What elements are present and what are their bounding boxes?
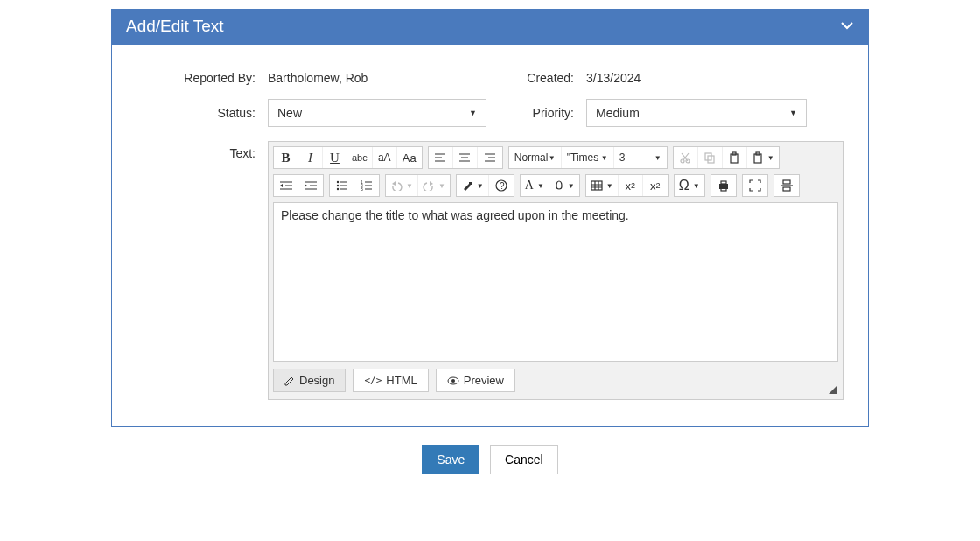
svg-text:?: ? bbox=[500, 181, 505, 191]
align-center-button[interactable] bbox=[453, 147, 478, 168]
svg-point-9 bbox=[336, 185, 338, 186]
dialog-title: Add/Edit Text bbox=[126, 17, 224, 36]
cut-button[interactable] bbox=[674, 147, 698, 168]
tab-preview[interactable]: Preview bbox=[436, 369, 515, 392]
eye-icon bbox=[447, 376, 459, 385]
font-size-select[interactable]: 3▼ bbox=[614, 147, 667, 168]
insert-symbol-button[interactable]: Ω▼ bbox=[675, 175, 704, 196]
smallcaps-button[interactable]: aA bbox=[373, 147, 397, 168]
priority-value: Medium bbox=[596, 106, 640, 120]
align-right-button[interactable] bbox=[478, 147, 502, 168]
created-value: 3/13/2024 bbox=[586, 71, 640, 85]
fullscreen-button[interactable] bbox=[743, 175, 767, 196]
svg-rect-14 bbox=[469, 182, 472, 185]
chevron-down-icon: ▼ bbox=[469, 109, 477, 117]
ordered-list-button[interactable]: 123 bbox=[354, 175, 379, 196]
font-family-select[interactable]: "Times ...▼ bbox=[562, 147, 614, 168]
priority-select[interactable]: Medium ▼ bbox=[586, 99, 807, 127]
svg-text:3: 3 bbox=[360, 186, 363, 191]
outdent-button[interactable] bbox=[274, 175, 298, 196]
bold-button[interactable]: B bbox=[274, 147, 298, 168]
status-select[interactable]: New ▼ bbox=[268, 99, 486, 127]
undo-button[interactable]: ▼ bbox=[386, 175, 418, 196]
created-label: Created: bbox=[490, 71, 586, 85]
editor-toolbar: B I U abc aA Aa bbox=[269, 142, 843, 202]
reported-by-label: Reported By: bbox=[136, 71, 268, 85]
pencil-icon bbox=[284, 376, 295, 386]
code-icon: </> bbox=[364, 375, 382, 386]
print-button[interactable] bbox=[711, 175, 736, 196]
svg-point-8 bbox=[336, 181, 338, 183]
svg-rect-17 bbox=[592, 181, 602, 190]
format-painter-button[interactable]: ▼ bbox=[457, 175, 489, 196]
svg-rect-21 bbox=[783, 180, 790, 184]
indent-button[interactable] bbox=[298, 175, 323, 196]
superscript-button[interactable]: x2 bbox=[643, 175, 668, 196]
page-break-button[interactable] bbox=[774, 175, 799, 196]
svg-point-10 bbox=[336, 188, 338, 190]
svg-point-24 bbox=[452, 379, 455, 383]
unordered-list-button[interactable] bbox=[330, 175, 354, 196]
info-row-2: Status: New ▼ Priority: Medium ▼ bbox=[136, 99, 844, 127]
tab-design[interactable]: Design bbox=[273, 369, 346, 392]
italic-button[interactable]: I bbox=[298, 147, 323, 168]
status-value: New bbox=[277, 106, 302, 120]
align-left-button[interactable] bbox=[429, 147, 453, 168]
dialog-panel: Add/Edit Text Reported By: Bartholomew, … bbox=[111, 9, 869, 427]
collapse-icon[interactable] bbox=[840, 19, 854, 33]
paragraph-style-select[interactable]: Normal▼ bbox=[509, 147, 562, 168]
paste-special-button[interactable]: ▼ bbox=[747, 147, 779, 168]
rich-text-editor: B I U abc aA Aa bbox=[268, 141, 844, 400]
editor-text: Please change the title to what was agre… bbox=[281, 208, 629, 222]
svg-rect-19 bbox=[721, 181, 726, 184]
underline-button[interactable]: U bbox=[323, 147, 347, 168]
editor-mode-tabs: Design </> HTML Preview bbox=[269, 362, 843, 399]
dialog-body: Reported By: Bartholomew, Rob Created: 3… bbox=[112, 45, 868, 426]
status-label: Status: bbox=[136, 106, 268, 120]
copy-button[interactable] bbox=[698, 147, 723, 168]
subscript-button[interactable]: x2 bbox=[619, 175, 643, 196]
text-row: Text: B I U abc aA Aa bbox=[136, 141, 844, 400]
editor-content-area[interactable]: Please change the title to what was agre… bbox=[273, 202, 838, 362]
chevron-down-icon: ▼ bbox=[789, 109, 797, 117]
dialog-header: Add/Edit Text bbox=[112, 10, 868, 45]
tab-html[interactable]: </> HTML bbox=[353, 369, 428, 392]
save-button[interactable]: Save bbox=[422, 445, 480, 474]
highlight-color-button[interactable]: ▼ bbox=[550, 175, 579, 196]
font-color-button[interactable]: A▼ bbox=[521, 175, 550, 196]
help-button[interactable]: ? bbox=[489, 175, 514, 196]
redo-button[interactable]: ▼ bbox=[418, 175, 450, 196]
strikethrough-button[interactable]: abc bbox=[347, 147, 373, 168]
svg-rect-22 bbox=[783, 187, 790, 191]
text-label: Text: bbox=[136, 141, 268, 160]
info-row-1: Reported By: Bartholomew, Rob Created: 3… bbox=[136, 71, 844, 85]
reported-by-value: Bartholomew, Rob bbox=[268, 71, 368, 85]
titlecase-button[interactable]: Aa bbox=[397, 147, 422, 168]
resize-handle[interactable] bbox=[829, 385, 837, 394]
insert-table-button[interactable]: ▼ bbox=[586, 175, 619, 196]
priority-label: Priority: bbox=[490, 106, 586, 120]
dialog-footer: Save Cancel bbox=[111, 445, 869, 492]
cancel-button[interactable]: Cancel bbox=[490, 445, 558, 474]
paste-button[interactable] bbox=[723, 147, 747, 168]
